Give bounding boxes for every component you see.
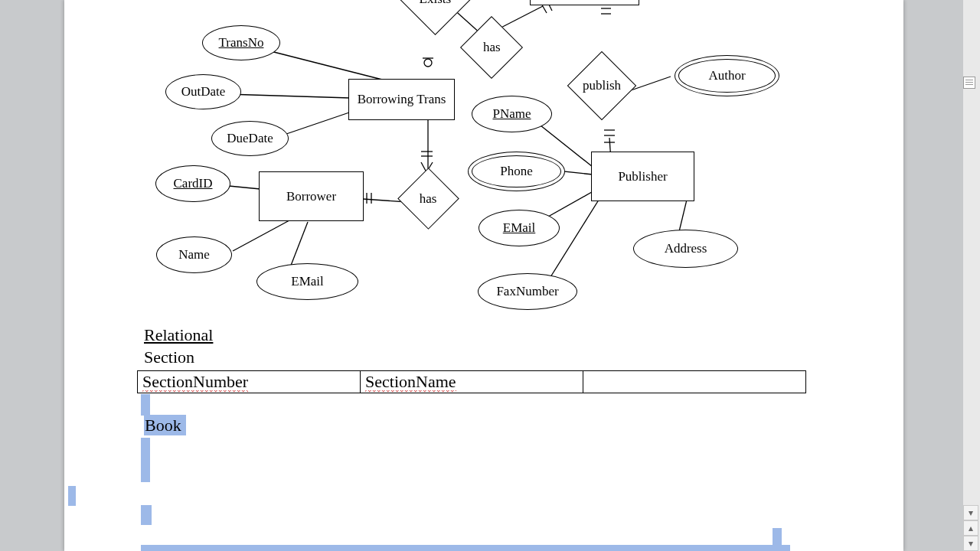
- scroll-down-icon[interactable]: ▾: [963, 505, 978, 520]
- selection-mark-4: [141, 505, 152, 525]
- selection-mark: [141, 394, 150, 416]
- attr-address: Address: [633, 230, 738, 268]
- entity-publisher: Publisher: [591, 152, 694, 201]
- svg-line-2: [265, 50, 388, 81]
- view-options-icon[interactable]: [963, 77, 975, 89]
- selection-mark-5: [773, 528, 782, 545]
- svg-line-19: [547, 197, 600, 283]
- selection-mark-6: [141, 545, 790, 551]
- attr-email-borrower: EMail: [256, 263, 358, 300]
- entity-borrower: Borrower: [259, 171, 364, 221]
- selection-mark-3: [68, 486, 76, 506]
- svg-line-4: [286, 111, 354, 134]
- entity-borrowing-trans: Borrowing Trans: [348, 79, 455, 120]
- svg-line-3: [227, 94, 350, 98]
- table-section[interactable]: SectionNumber SectionName: [137, 370, 806, 393]
- prev-page-icon[interactable]: ▴: [963, 520, 978, 536]
- heading-relational: Relational: [144, 325, 213, 345]
- attr-pname: PName: [472, 96, 552, 132]
- attr-duedate: DueDate: [211, 121, 289, 156]
- attr-transno: TransNo: [202, 25, 280, 60]
- heading-book: Book: [144, 416, 186, 435]
- next-page-icon[interactable]: ▾: [963, 536, 978, 551]
- attr-author: Author: [675, 55, 779, 96]
- er-canvas: Exists Book TransNo OutDate DueDate Borr…: [64, 0, 903, 551]
- col-sectionname: SectionName: [365, 372, 456, 393]
- attr-email-publisher: EMail: [479, 210, 560, 246]
- attr-cardid: CardID: [155, 165, 230, 202]
- svg-point-26: [424, 59, 432, 67]
- selection-mark-2: [141, 438, 150, 482]
- col-sectionnumber: SectionNumber: [142, 372, 248, 393]
- document-page: Exists Book TransNo OutDate DueDate Borr…: [64, 0, 903, 551]
- attr-name: Name: [156, 236, 232, 273]
- heading-section: Section: [144, 347, 194, 367]
- attr-outdate: OutDate: [165, 74, 241, 109]
- entity-book: Book: [530, 0, 639, 5]
- attr-phone: Phone: [468, 152, 565, 191]
- attr-faxnumber: FaxNumber: [478, 273, 577, 310]
